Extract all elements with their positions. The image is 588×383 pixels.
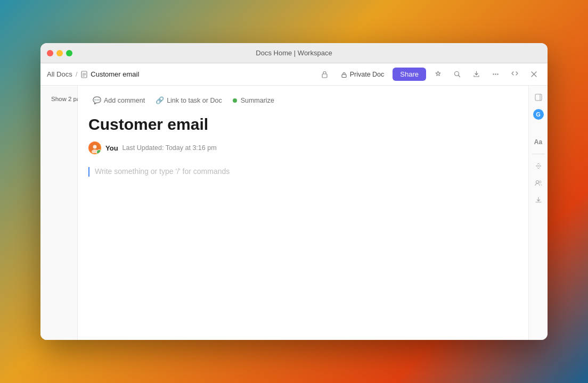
divider-icon-btn[interactable]	[531, 159, 546, 173]
private-doc-button[interactable]: Private Doc	[337, 69, 389, 80]
svg-line-7	[458, 76, 460, 77]
main-content: Show 2 pages 💬 Add comment 🔗 Link to tas…	[40, 86, 548, 340]
traffic-lights	[47, 50, 72, 56]
show-pages-item[interactable]: Show 2 pages	[44, 92, 74, 106]
avatar-badge	[96, 149, 101, 154]
link-icon: 🔗	[156, 96, 164, 104]
collapse-button[interactable]	[507, 67, 522, 82]
font-size-label: Aa	[534, 138, 542, 146]
doc-icon	[80, 71, 88, 78]
more-options-button[interactable]	[488, 67, 503, 82]
svg-point-25	[539, 181, 541, 183]
breadcrumb-current: Customer email	[80, 70, 139, 78]
ai-button[interactable]: G	[533, 109, 544, 120]
download-button[interactable]	[531, 193, 546, 207]
breadcrumb-current-label: Customer email	[91, 70, 139, 78]
svg-rect-4	[322, 74, 327, 78]
doc-placeholder[interactable]: Write something or type '/' for commands	[88, 165, 518, 179]
action-bar: 💬 Add comment 🔗 Link to task or Doc Summ…	[78, 86, 528, 111]
star-button[interactable]	[430, 67, 445, 82]
doc-meta: You Last Updated: Today at 3:16 pm	[88, 141, 518, 154]
doc-title: Customer email	[88, 115, 518, 134]
add-comment-label: Add comment	[104, 97, 145, 104]
svg-point-9	[495, 73, 496, 74]
lock-small-icon	[341, 71, 347, 78]
star-icon	[434, 70, 442, 78]
avatar	[88, 141, 101, 154]
placeholder-text: Write something or type '/' for commands	[95, 167, 230, 176]
close-window-button[interactable]	[526, 67, 541, 82]
title-bar: Docs Home | Workspace	[40, 43, 548, 63]
share-button[interactable]: Share	[393, 68, 426, 81]
collaborators-button[interactable]	[531, 176, 546, 190]
comment-icon: 💬	[93, 96, 101, 104]
text-cursor	[88, 167, 89, 177]
close-icon	[530, 71, 537, 78]
breadcrumb-parent[interactable]: All Docs	[47, 70, 72, 78]
font-size-button[interactable]: Aa	[531, 135, 546, 149]
lock-icon	[321, 70, 329, 78]
collaborators-icon	[535, 179, 542, 187]
window-title: Docs Home | Workspace	[256, 49, 332, 57]
lock-button[interactable]	[317, 67, 332, 82]
svg-point-8	[493, 73, 494, 74]
breadcrumb: All Docs / Customer email	[47, 70, 313, 78]
export-icon	[472, 70, 480, 78]
minimize-button[interactable]	[56, 50, 63, 56]
link-task-label: Link to task or Doc	[167, 97, 222, 104]
link-task-button[interactable]: 🔗 Link to task or Doc	[151, 94, 226, 106]
collapse-right-icon	[535, 94, 542, 101]
search-button[interactable]	[450, 67, 464, 82]
doc-editor[interactable]: Customer email You Last Updated: Today a…	[78, 111, 528, 340]
divider-icon	[535, 162, 542, 170]
toolbar-right: Private Doc Share	[317, 67, 541, 82]
divider-1	[532, 154, 545, 154]
svg-point-19	[93, 145, 97, 149]
doc-author: You	[105, 144, 118, 152]
ellipsis-icon	[492, 70, 500, 78]
svg-rect-5	[342, 74, 346, 78]
download-icon	[535, 196, 542, 204]
left-sidebar: Show 2 pages	[40, 86, 78, 340]
svg-point-10	[497, 73, 498, 74]
right-sidebar: G Aa	[528, 86, 548, 340]
toolbar: All Docs / Customer email	[40, 63, 548, 86]
svg-rect-21	[535, 94, 542, 101]
search-icon	[453, 70, 461, 78]
collapse-icon	[511, 70, 519, 78]
maximize-button[interactable]	[66, 50, 72, 56]
breadcrumb-separator: /	[76, 70, 78, 78]
summarize-button[interactable]: Summarize	[228, 95, 279, 106]
svg-point-24	[536, 181, 538, 184]
summarize-dot	[233, 98, 237, 103]
private-doc-label: Private Doc	[350, 71, 385, 78]
document-content: 💬 Add comment 🔗 Link to task or Doc Summ…	[78, 86, 528, 340]
main-window: Docs Home | Workspace All Docs / Custome…	[40, 43, 548, 340]
close-button[interactable]	[47, 50, 53, 56]
collapse-sidebar-button[interactable]	[531, 90, 546, 105]
doc-last-updated: Last Updated: Today at 3:16 pm	[123, 144, 217, 152]
summarize-label: Summarize	[241, 97, 274, 104]
export-button[interactable]	[469, 67, 484, 82]
add-comment-button[interactable]: 💬 Add comment	[88, 94, 149, 106]
